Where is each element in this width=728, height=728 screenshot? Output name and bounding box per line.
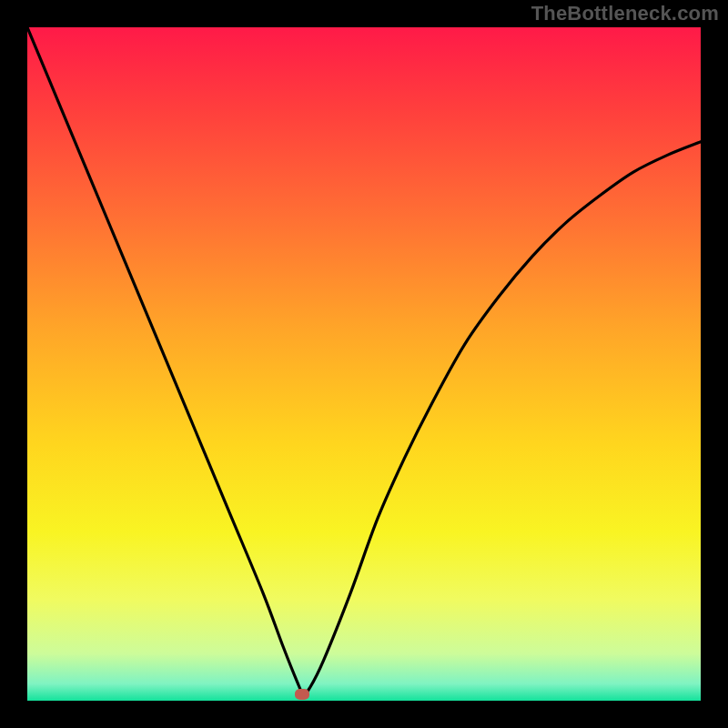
chart-frame: TheBottleneck.com <box>0 0 728 728</box>
minimum-marker <box>295 689 309 700</box>
plot-area <box>27 27 701 701</box>
bottleneck-curve <box>27 27 701 701</box>
watermark-text: TheBottleneck.com <box>531 2 719 25</box>
